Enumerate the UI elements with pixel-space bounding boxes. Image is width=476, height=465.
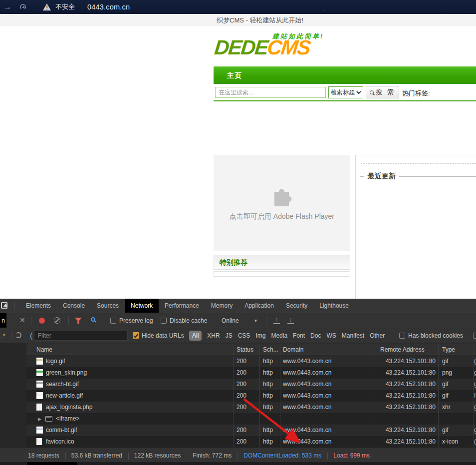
devtools-tab-bar: ElementsConsoleSourcesNetworkPerformance…: [0, 299, 476, 313]
request-status: 200: [237, 392, 246, 399]
devtools-tab-elements[interactable]: Elements: [20, 299, 57, 313]
table-row[interactable]: ▶<iframe>: [26, 413, 476, 425]
request-domain: www.0443.com.cn: [283, 381, 331, 388]
recent-updates-legend: 最近更新: [360, 172, 476, 181]
request-cutoff-cell: g: [474, 369, 476, 376]
screen: → ! 不安全 0443.com.cn 织梦CMS - 轻松建站从此开始! 建站…: [0, 0, 476, 465]
request-name[interactable]: new-article.gif: [46, 392, 83, 399]
column-domain[interactable]: Domain: [283, 346, 303, 353]
table-row[interactable]: green_skin.png200httpwww.0443.com.cn43.2…: [26, 367, 476, 379]
request-remote-address: 43.224.152.101:80: [376, 369, 436, 376]
search-network-icon[interactable]: [91, 317, 95, 322]
request-name[interactable]: ajax_loginsta.php: [46, 404, 92, 411]
type-filter-xhr[interactable]: XHR: [207, 332, 220, 339]
has-blocked-cookies-label[interactable]: Has blocked cookies: [408, 332, 463, 339]
table-row[interactable]: logo.gif200httpwww.0443.com.cn43.224.152…: [26, 356, 476, 367]
refresh-icon: [15, 332, 21, 338]
type-filter-manifest[interactable]: Manifest: [342, 332, 364, 339]
request-name[interactable]: logo.gif: [46, 358, 65, 365]
devtools-tab-application[interactable]: Application: [238, 299, 280, 313]
column-type[interactable]: Type: [442, 346, 455, 353]
window-fragment-paren: (: [30, 331, 32, 340]
disable-cache-checkbox[interactable]: [161, 318, 167, 324]
record-network-log-button[interactable]: [39, 318, 45, 324]
devtools-tab-console[interactable]: Console: [57, 299, 91, 313]
search-button[interactable]: 搜 索: [366, 86, 399, 98]
request-type: gif: [442, 392, 449, 399]
image-file-icon: [36, 381, 43, 388]
devtools-tab-sources[interactable]: Sources: [91, 299, 125, 313]
type-filter-css[interactable]: CSS: [238, 332, 250, 339]
filter-funnel-icon[interactable]: [75, 318, 82, 324]
disable-cache-label[interactable]: Disable cache: [170, 317, 207, 324]
status-122-kb-resources: 122 kB resources: [128, 452, 187, 459]
type-filter-all[interactable]: All: [189, 331, 202, 341]
hide-data-urls-label[interactable]: Hide data URLs: [142, 332, 184, 339]
request-cutoff-cell: g: [474, 381, 476, 388]
bottom-strip: [0, 462, 476, 465]
request-remote-address: 43.224.152.101:80: [376, 438, 436, 445]
site-logo[interactable]: DEDECMS: [214, 37, 311, 58]
throttling-select[interactable]: Online: [222, 317, 239, 324]
clear-network-log-icon[interactable]: [54, 317, 60, 324]
request-domain: www.0443.com.cn: [283, 358, 331, 365]
column-remote-address[interactable]: Remote Address: [380, 346, 425, 353]
window-fragment-regex: .*: [1, 332, 5, 340]
chevron-down-icon[interactable]: ▾: [254, 318, 257, 323]
has-blocked-cookies-checkbox[interactable]: [399, 333, 405, 339]
devtools-tab-network[interactable]: Network: [125, 299, 159, 313]
search-type-select[interactable]: 检索标题: [328, 86, 363, 98]
request-domain: www.0443.com.cn: [283, 369, 331, 376]
preserve-log-label[interactable]: Preserve log: [119, 317, 153, 324]
request-name[interactable]: favicon.ico: [46, 438, 74, 445]
flash-placeholder[interactable]: 点击即可启用 Adobe Flash Player: [214, 155, 350, 251]
nav-home-link[interactable]: 主页: [227, 71, 242, 80]
status-18-requests: 18 requests: [22, 452, 65, 459]
inspect-element-icon[interactable]: [1, 302, 7, 309]
close-icon[interactable]: ✕: [19, 316, 25, 324]
type-filter-other[interactable]: Other: [370, 332, 385, 339]
column-status[interactable]: Status: [237, 346, 253, 353]
type-filter-img[interactable]: Img: [255, 332, 265, 339]
hide-data-urls-checkbox[interactable]: [133, 332, 139, 339]
column-scheme[interactable]: Sch...: [263, 346, 278, 353]
table-row[interactable]: favicon.ico200httpwww.0443.com.cn43.224.…: [26, 436, 476, 448]
request-name[interactable]: <iframe>: [56, 415, 79, 422]
import-har-icon[interactable]: ↑: [273, 317, 280, 324]
network-filter-input[interactable]: [34, 331, 128, 341]
request-name[interactable]: search-bt.gif: [46, 381, 79, 388]
type-filter-font[interactable]: Font: [293, 332, 305, 339]
type-filter-ws[interactable]: WS: [326, 332, 336, 339]
column-name[interactable]: Name: [36, 346, 52, 353]
image-file-icon: [36, 427, 43, 434]
search-input[interactable]: [215, 87, 326, 98]
request-cutoff-cell: (: [474, 438, 476, 445]
type-filter-media[interactable]: Media: [271, 332, 287, 339]
request-domain: www.0443.com.cn: [283, 404, 331, 411]
security-warning-label[interactable]: 不安全: [55, 2, 75, 11]
devtools-tab-security[interactable]: Security: [280, 299, 313, 313]
devtools-tab-lighthouse[interactable]: Lighthouse: [313, 299, 355, 313]
request-scheme: http: [263, 427, 273, 434]
forward-icon[interactable]: →: [1, 2, 14, 12]
request-name[interactable]: comm-bt.gif: [46, 427, 77, 434]
network-table-header: Name Status Sch... Domain Remote Address…: [26, 344, 476, 355]
preserve-log-checkbox[interactable]: [110, 318, 116, 324]
request-status: 200: [237, 427, 246, 434]
type-filter-js[interactable]: JS: [226, 332, 233, 339]
expand-caret-icon[interactable]: ▶: [38, 417, 41, 422]
devtools-tab-memory[interactable]: Memory: [205, 299, 238, 313]
table-row[interactable]: search-bt.gif200httpwww.0443.com.cn43.22…: [26, 379, 476, 390]
table-row[interactable]: ajax_loginsta.php200httpwww.0443.com.cn4…: [26, 402, 476, 413]
table-row[interactable]: comm-bt.gif200httpwww.0443.com.cn43.224.…: [26, 425, 476, 436]
devtools-tab-performance[interactable]: Performance: [159, 299, 205, 313]
request-remote-address: 43.224.152.101:80: [376, 404, 436, 411]
type-filter-doc[interactable]: Doc: [310, 332, 321, 339]
reload-icon[interactable]: [20, 4, 26, 10]
export-har-icon[interactable]: ↓: [287, 317, 294, 324]
table-row[interactable]: new-article.gif200httpwww.0443.com.cn43.…: [26, 390, 476, 402]
request-name[interactable]: green_skin.png: [46, 369, 87, 376]
request-scheme: http: [263, 438, 273, 445]
request-scheme: http: [263, 358, 273, 365]
url-text[interactable]: 0443.com.cn: [87, 3, 130, 11]
